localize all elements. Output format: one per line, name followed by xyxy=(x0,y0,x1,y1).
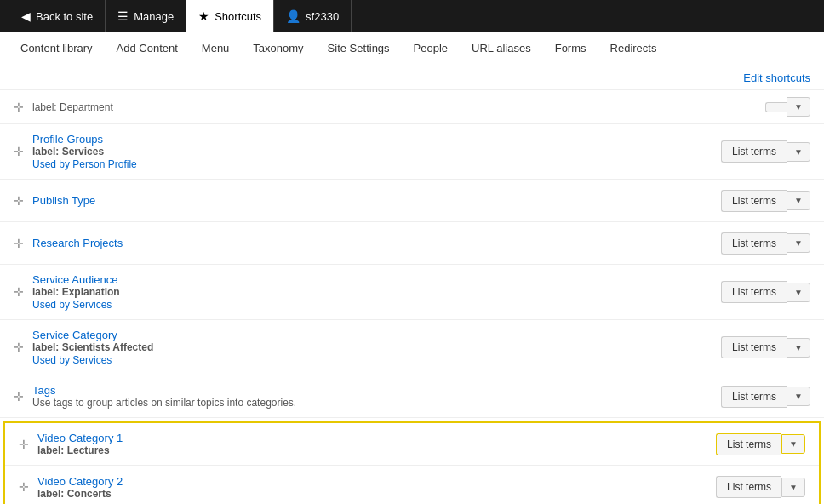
row-actions: List terms ▼ xyxy=(721,281,810,303)
row-title: Tags xyxy=(32,384,721,397)
nav-content-library[interactable]: Content library xyxy=(9,32,105,66)
list-terms-button[interactable]: List terms xyxy=(721,336,787,358)
edit-shortcuts-bar: Edit shortcuts xyxy=(0,66,824,90)
content-area: ✛ label: Department ▼ ✛ Profile Groups l… xyxy=(0,90,824,504)
row-desc: Used by Services xyxy=(32,354,721,366)
table-row: ✛ Research Projects List terms ▼ xyxy=(0,222,824,265)
row-desc: Used by Person Profile xyxy=(32,158,721,170)
row-actions: List terms ▼ xyxy=(721,386,810,408)
drag-handle[interactable]: ✛ xyxy=(19,480,29,494)
dropdown-button[interactable]: ▼ xyxy=(781,434,805,454)
table-row: ✛ Publish Type List terms ▼ xyxy=(0,180,824,222)
table-row: ✛ Video Category 1 label: Lectures List … xyxy=(5,423,819,466)
nav-taxonomy[interactable]: Taxonomy xyxy=(241,32,315,66)
edit-shortcuts-link[interactable]: Edit shortcuts xyxy=(743,72,810,84)
nav-menu[interactable]: Menu xyxy=(190,32,242,66)
star-icon: ★ xyxy=(198,9,209,23)
drag-handle[interactable]: ✛ xyxy=(14,145,24,158)
nav-url-aliases[interactable]: URL aliases xyxy=(460,32,543,66)
row-actions: ▼ xyxy=(765,97,810,117)
top-bar: ◀ Back to site ☰ Manage ★ Shortcuts 👤 sf… xyxy=(0,0,824,32)
back-to-site-button[interactable]: ◀ Back to site xyxy=(9,0,106,32)
secondary-nav: Content library Add Content Menu Taxonom… xyxy=(0,32,824,66)
dropdown-button[interactable]: ▼ xyxy=(787,387,810,406)
list-terms-button[interactable]: List terms xyxy=(721,140,787,163)
nav-people[interactable]: People xyxy=(402,32,460,66)
row-label: label: Explanation xyxy=(32,286,721,298)
row-title: Video Category 1 xyxy=(37,432,716,444)
dropdown-button[interactable]: ▼ xyxy=(787,338,810,358)
highlighted-rows-wrapper: ✛ Video Category 1 label: Lectures List … xyxy=(3,421,821,504)
nav-site-settings[interactable]: Site Settings xyxy=(316,32,402,66)
dropdown-button[interactable]: ▼ xyxy=(787,283,810,302)
drag-handle[interactable]: ✛ xyxy=(14,390,24,404)
user-icon: 👤 xyxy=(286,9,300,23)
row-actions: List terms ▼ xyxy=(716,433,805,455)
list-terms-button[interactable]: List terms xyxy=(716,433,781,455)
user-button[interactable]: 👤 sf2330 xyxy=(274,0,352,32)
list-terms-button[interactable]: List terms xyxy=(721,190,787,212)
row-label: label: Lectures xyxy=(37,444,716,456)
row-label: label: Concerts xyxy=(37,488,716,500)
table-row: ✛ Service Category label: Scientists Aff… xyxy=(0,320,824,375)
row-title: Research Projects xyxy=(32,237,721,249)
list-terms-button[interactable]: List terms xyxy=(721,386,787,408)
row-title: Service Category xyxy=(32,329,721,341)
nav-forms[interactable]: Forms xyxy=(543,32,598,66)
manage-button[interactable]: ☰ Manage xyxy=(106,0,186,32)
row-desc: Used by Services xyxy=(32,299,721,311)
drag-handle[interactable]: ✛ xyxy=(19,438,29,451)
list-terms-button[interactable]: List terms xyxy=(716,476,781,498)
table-row: ✛ Service Audience label: Explanation Us… xyxy=(0,265,824,320)
list-terms-button[interactable] xyxy=(765,102,787,112)
table-row: ✛ Profile Groups label: Services Used by… xyxy=(0,124,824,180)
row-label: label: Scientists Affected xyxy=(32,341,721,353)
dropdown-button[interactable]: ▼ xyxy=(787,191,810,210)
table-row: ✛ Video Category 2 label: Concerts List … xyxy=(5,466,819,504)
drag-handle[interactable]: ✛ xyxy=(14,100,24,114)
back-icon: ◀ xyxy=(21,9,31,23)
row-actions: List terms ▼ xyxy=(721,140,810,163)
row-title: Publish Type xyxy=(32,194,721,207)
dropdown-button[interactable]: ▼ xyxy=(781,478,805,497)
dropdown-button[interactable]: ▼ xyxy=(787,233,810,253)
menu-icon: ☰ xyxy=(117,9,129,23)
row-title: Video Category 2 xyxy=(37,475,716,488)
table-row: ✛ Tags Use tags to group articles on sim… xyxy=(0,375,824,418)
nav-add-content[interactable]: Add Content xyxy=(105,32,190,66)
nav-redirects[interactable]: Redirects xyxy=(598,32,669,66)
row-title: Service Audience xyxy=(32,273,721,286)
row-actions: List terms ▼ xyxy=(721,190,810,212)
row-desc: Use tags to group articles on similar to… xyxy=(32,397,721,409)
row-actions: List terms ▼ xyxy=(721,232,810,255)
row-title: Profile Groups xyxy=(32,133,721,146)
list-terms-button[interactable]: List terms xyxy=(721,232,787,255)
row-actions: List terms ▼ xyxy=(716,476,805,498)
row-actions: List terms ▼ xyxy=(721,336,810,358)
dropdown-button[interactable]: ▼ xyxy=(787,142,810,162)
table-row: ✛ label: Department ▼ xyxy=(0,90,824,124)
drag-handle[interactable]: ✛ xyxy=(14,285,24,299)
drag-handle[interactable]: ✛ xyxy=(14,341,24,354)
partial-row-label: label: Department xyxy=(32,101,765,113)
list-terms-button[interactable]: List terms xyxy=(721,281,787,303)
drag-handle[interactable]: ✛ xyxy=(14,237,24,250)
row-label: label: Services xyxy=(32,146,721,158)
shortcuts-button[interactable]: ★ Shortcuts xyxy=(186,0,274,32)
drag-handle[interactable]: ✛ xyxy=(14,194,24,208)
dropdown-button[interactable]: ▼ xyxy=(787,97,810,117)
